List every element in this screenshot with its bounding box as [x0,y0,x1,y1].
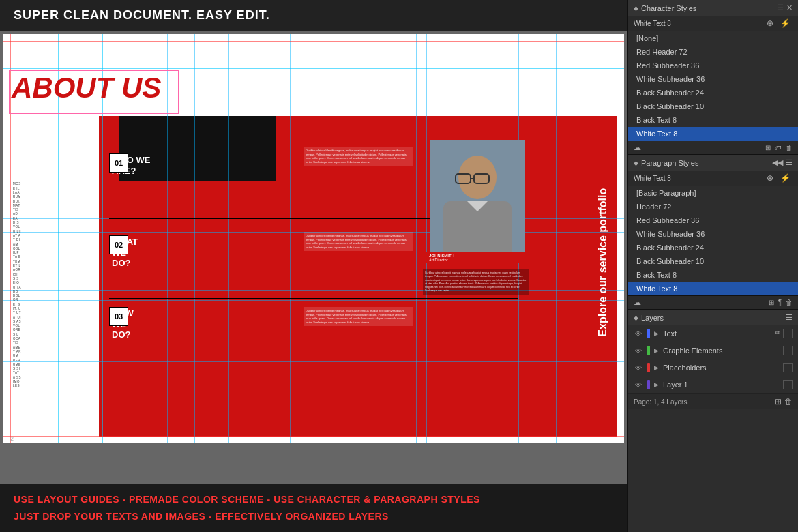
para-active-label: White Text 8 [634,175,671,182]
para-style-black-sub24[interactable]: Black Subheader 24 [628,241,798,254]
para-cloud-icon[interactable]: ☁ [634,298,641,307]
text-block-1: Dscibtur ultrices blandit magnas, malesu… [304,147,413,166]
character-styles-controls: ☰ ✕ [777,3,793,12]
guide-v-8 [290,34,291,443]
paragraph-styles-header: ◆ Paragraph Styles ◀◀ ☰ [628,155,798,171]
para-lightning-icon[interactable]: ⚡ [778,173,793,183]
guide-v-7 [228,34,229,443]
layer-item-layer1[interactable]: 👁 ▶ Layer 1 [628,376,798,394]
para-expand-left-icon[interactable]: ◀◀ [772,158,783,167]
layer-eye-graphics[interactable]: 👁 [634,346,643,355]
guide-v-15 [617,34,617,443]
new-para-style-icon[interactable]: ⊕ [765,173,775,183]
row-3: 03 HOWWEDO? [109,307,134,340]
sidebar-text-vertical: MOSE ILLAARUM DUI. MATTIS AD EA DIS VOLU… [13,182,21,388]
svg-point-1 [458,156,497,199]
char-panel-bottom: ☁ ⊞ 🏷 🗑 [628,141,798,154]
person-title: Art Director [429,258,526,262]
para-styles-toolbar: White Text 8 ⊕ ⚡ [628,171,798,186]
para-style-red-sub[interactable]: Red Subheader 36 [628,213,798,227]
person-image [430,140,525,259]
bottom-pages-icon[interactable]: ⊞ [775,397,782,407]
layer-expand-layer1[interactable]: ▶ [654,381,659,388]
character-style-list: [None] Red Header 72 Red Subheader 36 Wh… [628,31,798,141]
layer-item-placeholders[interactable]: 👁 ▶ Placeholders [628,359,798,376]
new-char-style-icon[interactable]: ⊕ [765,18,775,29]
page-info: Page: 1, 4 Layers [634,398,771,406]
layer-color-layer1 [647,380,650,389]
guide-h-10 [3,436,624,437]
char-style-red-header[interactable]: Red Header 72 [628,45,798,59]
char-style-black-sub24[interactable]: Black Subheader 24 [628,86,798,100]
layer-icons-layer1 [783,380,793,389]
char-style-white-sub[interactable]: White Subheader 36 [628,72,798,86]
para-panel-controls: ◀◀ ☰ [772,158,793,167]
layer-box-layer1[interactable] [783,380,793,389]
layers-title: Layers [641,314,664,322]
char-style-black-text8[interactable]: Black Text 8 [628,113,798,127]
layer-expand-placeholders[interactable]: ▶ [654,364,659,371]
para-style-black-sub10[interactable]: Black Subheader 10 [628,254,798,268]
guide-v-14 [556,34,557,443]
diamond-icon: ◆ [634,5,638,12]
char-style-none[interactable]: [None] [628,31,798,45]
para-style-black-text8[interactable]: Black Text 8 [628,268,798,282]
bottom-delete-icon[interactable]: 🗑 [784,397,793,407]
row-2: 02 WHATWEDO? [109,235,138,269]
tag-icon-char[interactable]: 🏷 [775,144,782,151]
para-style-white-sub[interactable]: White Subheader 36 [628,227,798,241]
layers-menu-icon[interactable]: ☰ [786,313,793,322]
layer-item-text[interactable]: 👁 ▶ Text ✏ [628,325,798,342]
delete-icon-char[interactable]: 🗑 [786,144,793,151]
layer-item-graphics[interactable]: 👁 ▶ Graphic Elements [628,342,798,359]
doc-preview: ABOUT US MOSE ILLAARUM DUI. MATTIS AD EA… [3,34,624,443]
layer-expand-text[interactable]: ▶ [654,330,659,337]
layer-name-graphics: Graphic Elements [663,346,779,355]
char-style-white-text8[interactable]: White Text 8 [628,127,798,141]
lightning-icon[interactable]: ⚡ [778,18,793,29]
para-style-header[interactable]: Header 72 [628,200,798,213]
layer-box-icon[interactable] [783,329,793,338]
layer-name-text: Text [663,329,771,338]
para-tag-icon[interactable]: ¶ [778,299,782,306]
layer-eye-placeholders[interactable]: 👁 [634,363,643,372]
layer-name-layer1: Layer 1 [663,381,779,389]
panel-close-icon[interactable]: ✕ [786,3,793,12]
grid-icon-char[interactable]: ⊞ [765,144,771,151]
para-panel-bottom: ☁ ⊞ ¶ 🗑 [628,295,798,309]
long-text-block: Curbibtur ultrices blandit magnas, males… [423,269,529,295]
num-badge-1: 01 [109,153,128,173]
character-styles-panel: ◆ Character Styles ☰ ✕ White Text 8 ⊕ ⚡ [628,0,798,155]
para-menu-icon[interactable]: ☰ [786,158,793,167]
layer-icons-graphics [783,346,793,355]
canvas-content[interactable]: ABOUT US MOSE ILLAARUM DUI. MATTIS AD EA… [0,31,627,484]
para-style-basic[interactable]: [Basic Paragraph] [628,186,798,200]
cloud-icon[interactable]: ☁ [634,143,641,152]
layer-pencil-icon[interactable]: ✏ [775,329,780,338]
layer-box-graphics[interactable] [783,346,793,355]
para-delete-icon[interactable]: 🗑 [786,299,793,306]
row2-divider [109,298,518,299]
text-block-3: Dscibtur ultrices blandit magnas, malesu… [304,307,413,326]
layer-color-text [647,329,650,338]
bottom-line-2: JUST DROP YOUR TEXTS AND IMAGES - EFFECT… [14,508,614,525]
guide-h-4 [3,123,624,123]
guide-h-1 [3,41,624,42]
text-block-2-text: Dscibtur ultrices blandit magnas, malesu… [306,234,411,249]
layers-controls: ☰ [786,313,793,322]
panel-menu-icon[interactable]: ☰ [777,3,784,12]
layer-eye-layer1[interactable]: 👁 [634,380,643,389]
layer-color-graphics [647,346,650,355]
doc-title: SUPER CLEAN DOCUMENT. EASY EDIT. [14,8,270,22]
char-style-black-sub10[interactable]: Black Subheader 10 [628,100,798,113]
doc-inner: ABOUT US MOSE ILLAARUM DUI. MATTIS AD EA… [3,34,624,443]
layer-eye-text[interactable]: 👁 [634,329,643,338]
layer-box-placeholders[interactable] [783,363,793,372]
character-styles-header: ◆ Character Styles ☰ ✕ [628,0,798,16]
layer-expand-graphics[interactable]: ▶ [654,347,659,354]
char-style-red-sub[interactable]: Red Subheader 36 [628,59,798,72]
guide-v-6 [194,34,195,443]
para-grid-icon[interactable]: ⊞ [769,299,774,306]
paragraph-styles-title-group: ◆ Paragraph Styles [634,159,698,167]
para-style-white-text8[interactable]: White Text 8 [628,282,798,295]
